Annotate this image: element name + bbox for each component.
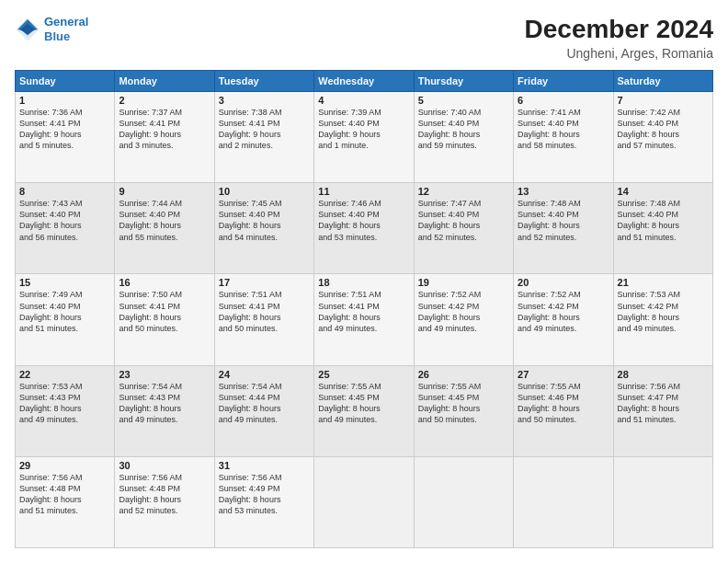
day-number: 6 (518, 95, 609, 106)
day-number: 20 (518, 277, 609, 288)
calendar-day-cell: 23Sunrise: 7:54 AM Sunset: 4:43 PM Dayli… (115, 365, 214, 456)
calendar-day-cell: 2Sunrise: 7:37 AM Sunset: 4:41 PM Daylig… (115, 92, 214, 183)
day-number: 9 (119, 186, 210, 197)
day-info: Sunrise: 7:52 AM Sunset: 4:42 PM Dayligh… (418, 289, 509, 334)
calendar-day-cell: 10Sunrise: 7:45 AM Sunset: 4:40 PM Dayli… (214, 183, 313, 274)
logo: General Blue (15, 15, 88, 43)
day-number: 25 (318, 369, 409, 380)
calendar-day-cell (314, 456, 414, 547)
calendar-day-cell: 25Sunrise: 7:55 AM Sunset: 4:45 PM Dayli… (314, 365, 414, 456)
day-number: 13 (518, 186, 609, 197)
weekday-header: Saturday (613, 71, 712, 92)
day-number: 22 (19, 369, 110, 380)
calendar-week-row: 1Sunrise: 7:36 AM Sunset: 4:41 PM Daylig… (16, 92, 713, 183)
calendar-day-cell: 13Sunrise: 7:48 AM Sunset: 4:40 PM Dayli… (514, 183, 613, 274)
calendar-day-cell: 26Sunrise: 7:55 AM Sunset: 4:45 PM Dayli… (414, 365, 513, 456)
day-info: Sunrise: 7:43 AM Sunset: 4:40 PM Dayligh… (19, 198, 110, 243)
day-number: 12 (418, 186, 509, 197)
day-number: 24 (219, 369, 310, 380)
day-number: 18 (318, 277, 409, 288)
day-number: 31 (219, 460, 310, 471)
day-number: 11 (318, 186, 409, 197)
day-info: Sunrise: 7:53 AM Sunset: 4:42 PM Dayligh… (618, 289, 709, 334)
calendar-day-cell: 6Sunrise: 7:41 AM Sunset: 4:40 PM Daylig… (514, 92, 613, 183)
day-number: 14 (618, 186, 709, 197)
day-number: 7 (618, 95, 709, 106)
calendar-day-cell (514, 456, 613, 547)
calendar-day-cell: 18Sunrise: 7:51 AM Sunset: 4:41 PM Dayli… (314, 274, 414, 365)
day-number: 17 (219, 277, 310, 288)
day-info: Sunrise: 7:38 AM Sunset: 4:41 PM Dayligh… (219, 107, 310, 152)
weekday-header: Thursday (414, 71, 513, 92)
day-info: Sunrise: 7:56 AM Sunset: 4:48 PM Dayligh… (19, 472, 110, 517)
calendar-day-cell: 8Sunrise: 7:43 AM Sunset: 4:40 PM Daylig… (16, 183, 115, 274)
day-info: Sunrise: 7:50 AM Sunset: 4:41 PM Dayligh… (119, 289, 210, 334)
calendar-day-cell: 7Sunrise: 7:42 AM Sunset: 4:40 PM Daylig… (613, 92, 712, 183)
day-info: Sunrise: 7:42 AM Sunset: 4:40 PM Dayligh… (618, 107, 709, 152)
calendar-day-cell: 29Sunrise: 7:56 AM Sunset: 4:48 PM Dayli… (16, 456, 115, 547)
calendar-day-cell: 19Sunrise: 7:52 AM Sunset: 4:42 PM Dayli… (414, 274, 513, 365)
day-number: 26 (418, 369, 509, 380)
calendar-table: SundayMondayTuesdayWednesdayThursdayFrid… (15, 70, 713, 548)
day-info: Sunrise: 7:56 AM Sunset: 4:49 PM Dayligh… (219, 472, 310, 517)
calendar-day-cell: 31Sunrise: 7:56 AM Sunset: 4:49 PM Dayli… (214, 456, 313, 547)
logo-blue: Blue (44, 29, 70, 43)
calendar-day-cell (613, 456, 712, 547)
calendar-day-cell: 16Sunrise: 7:50 AM Sunset: 4:41 PM Dayli… (115, 274, 214, 365)
main-title: December 2024 (525, 15, 713, 44)
day-number: 30 (119, 460, 210, 471)
calendar-day-cell: 27Sunrise: 7:55 AM Sunset: 4:46 PM Dayli… (514, 365, 613, 456)
day-number: 8 (19, 186, 110, 197)
calendar-day-cell: 15Sunrise: 7:49 AM Sunset: 4:40 PM Dayli… (16, 274, 115, 365)
calendar-day-cell: 9Sunrise: 7:44 AM Sunset: 4:40 PM Daylig… (115, 183, 214, 274)
calendar-day-cell: 24Sunrise: 7:54 AM Sunset: 4:44 PM Dayli… (214, 365, 313, 456)
calendar-day-cell: 20Sunrise: 7:52 AM Sunset: 4:42 PM Dayli… (514, 274, 613, 365)
day-info: Sunrise: 7:48 AM Sunset: 4:40 PM Dayligh… (518, 198, 609, 243)
day-info: Sunrise: 7:56 AM Sunset: 4:47 PM Dayligh… (618, 381, 709, 426)
day-info: Sunrise: 7:55 AM Sunset: 4:45 PM Dayligh… (418, 381, 509, 426)
day-info: Sunrise: 7:46 AM Sunset: 4:40 PM Dayligh… (318, 198, 409, 243)
sub-title: Ungheni, Arges, Romania (525, 46, 713, 61)
day-info: Sunrise: 7:39 AM Sunset: 4:40 PM Dayligh… (318, 107, 409, 152)
calendar-day-cell: 14Sunrise: 7:48 AM Sunset: 4:40 PM Dayli… (613, 183, 712, 274)
day-number: 1 (19, 95, 110, 106)
day-number: 15 (19, 277, 110, 288)
day-info: Sunrise: 7:51 AM Sunset: 4:41 PM Dayligh… (219, 289, 310, 334)
day-info: Sunrise: 7:48 AM Sunset: 4:40 PM Dayligh… (618, 198, 709, 243)
day-number: 19 (418, 277, 509, 288)
title-block: December 2024 Ungheni, Arges, Romania (525, 15, 713, 61)
day-info: Sunrise: 7:55 AM Sunset: 4:46 PM Dayligh… (518, 381, 609, 426)
weekday-header: Tuesday (214, 71, 313, 92)
day-info: Sunrise: 7:49 AM Sunset: 4:40 PM Dayligh… (19, 289, 110, 334)
day-number: 3 (219, 95, 310, 106)
day-number: 5 (418, 95, 509, 106)
day-number: 23 (119, 369, 210, 380)
weekday-header: Friday (514, 71, 613, 92)
day-number: 16 (119, 277, 210, 288)
weekday-header: Monday (115, 71, 214, 92)
calendar-day-cell: 4Sunrise: 7:39 AM Sunset: 4:40 PM Daylig… (314, 92, 414, 183)
day-number: 4 (318, 95, 409, 106)
calendar-day-cell: 12Sunrise: 7:47 AM Sunset: 4:40 PM Dayli… (414, 183, 513, 274)
day-info: Sunrise: 7:37 AM Sunset: 4:41 PM Dayligh… (119, 107, 210, 152)
day-info: Sunrise: 7:44 AM Sunset: 4:40 PM Dayligh… (119, 198, 210, 243)
weekday-header: Sunday (16, 71, 115, 92)
logo-icon (15, 17, 40, 42)
day-info: Sunrise: 7:55 AM Sunset: 4:45 PM Dayligh… (318, 381, 409, 426)
calendar-day-cell: 30Sunrise: 7:56 AM Sunset: 4:48 PM Dayli… (115, 456, 214, 547)
calendar-week-row: 8Sunrise: 7:43 AM Sunset: 4:40 PM Daylig… (16, 183, 713, 274)
calendar-day-cell: 22Sunrise: 7:53 AM Sunset: 4:43 PM Dayli… (16, 365, 115, 456)
day-info: Sunrise: 7:51 AM Sunset: 4:41 PM Dayligh… (318, 289, 409, 334)
day-number: 29 (19, 460, 110, 471)
calendar-day-cell (414, 456, 513, 547)
day-number: 27 (518, 369, 609, 380)
day-info: Sunrise: 7:41 AM Sunset: 4:40 PM Dayligh… (518, 107, 609, 152)
calendar-day-cell: 3Sunrise: 7:38 AM Sunset: 4:41 PM Daylig… (214, 92, 313, 183)
day-info: Sunrise: 7:36 AM Sunset: 4:41 PM Dayligh… (19, 107, 110, 152)
calendar-day-cell: 11Sunrise: 7:46 AM Sunset: 4:40 PM Dayli… (314, 183, 414, 274)
day-number: 21 (618, 277, 709, 288)
day-info: Sunrise: 7:52 AM Sunset: 4:42 PM Dayligh… (518, 289, 609, 334)
page: General Blue December 2024 Ungheni, Arge… (0, 0, 728, 563)
day-number: 28 (618, 369, 709, 380)
day-info: Sunrise: 7:54 AM Sunset: 4:44 PM Dayligh… (219, 381, 310, 426)
